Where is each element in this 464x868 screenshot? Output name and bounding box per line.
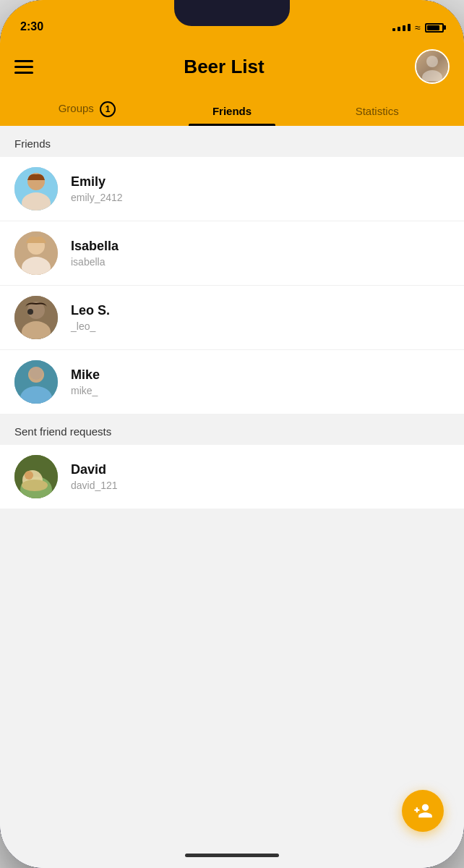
- friend-info-emily: Emily emily_2412: [71, 174, 450, 203]
- friend-username-emily: emily_2412: [71, 192, 450, 203]
- svg-point-11: [27, 309, 33, 315]
- battery-icon: [425, 23, 444, 33]
- friend-avatar-mike: [14, 360, 58, 404]
- header-top: Beer List: [14, 49, 450, 84]
- friend-avatar-david: [14, 455, 58, 498]
- tab-groups[interactable]: Groups 1: [14, 94, 160, 126]
- phone-frame: 2:30 ≈: [0, 0, 464, 868]
- friend-info-mike: Mike mike_: [71, 367, 450, 396]
- svg-point-19: [22, 480, 48, 491]
- phone-screen: 2:30 ≈: [0, 0, 464, 868]
- friend-avatar-leo: [14, 296, 58, 339]
- friend-item-david[interactable]: David david_121: [0, 445, 464, 509]
- sent-requests-list: David david_121: [0, 445, 464, 509]
- sent-requests-section-header: Sent friend requests: [0, 414, 464, 445]
- svg-point-15: [30, 367, 43, 380]
- friend-username-mike: mike_: [71, 385, 450, 396]
- friend-name-leo: Leo S.: [71, 303, 450, 318]
- svg-point-1: [422, 70, 442, 81]
- friend-username-isabella: isabella: [71, 256, 450, 268]
- app-title: Beer List: [184, 56, 264, 78]
- tabs: Groups 1 Friends Statistics: [14, 94, 450, 126]
- home-indicator: [0, 842, 464, 868]
- friend-item-isabella[interactable]: Isabella isabella: [0, 221, 464, 286]
- friends-list: Emily emily_2412: [0, 157, 464, 414]
- friend-avatar-isabella: [14, 231, 58, 275]
- svg-point-0: [426, 56, 438, 67]
- groups-badge: 1: [100, 101, 116, 117]
- svg-point-20: [25, 471, 33, 480]
- friend-name-isabella: Isabella: [71, 239, 450, 254]
- add-friend-fab[interactable]: [402, 790, 444, 832]
- home-bar: [185, 854, 279, 857]
- leo-avatar-img: [14, 296, 58, 339]
- friend-name-emily: Emily: [71, 174, 450, 190]
- user-avatar[interactable]: [415, 49, 450, 84]
- emily-avatar-img: [14, 167, 58, 210]
- friends-section-header: Friends: [0, 126, 464, 157]
- friend-item-mike[interactable]: Mike mike_: [0, 350, 464, 414]
- status-time: 2:30: [20, 20, 43, 33]
- friend-username-david: david_121: [71, 480, 450, 491]
- tab-friends[interactable]: Friends: [160, 98, 305, 126]
- friend-name-david: David: [71, 462, 450, 477]
- david-avatar-img: [14, 455, 58, 498]
- signal-icon: [392, 24, 411, 31]
- friend-username-leo: _leo_: [71, 320, 450, 332]
- status-icons: ≈: [392, 22, 444, 33]
- menu-button[interactable]: [14, 60, 33, 74]
- app-header: Beer List Groups 1: [0, 39, 464, 126]
- tab-statistics[interactable]: Statistics: [304, 98, 450, 126]
- add-person-icon: [413, 801, 433, 821]
- friend-info-leo: Leo S. _leo_: [71, 303, 450, 332]
- friend-info-isabella: Isabella isabella: [71, 239, 450, 268]
- friend-item-emily[interactable]: Emily emily_2412: [0, 157, 464, 221]
- wifi-icon: ≈: [415, 22, 421, 33]
- mike-avatar-img: [14, 360, 58, 404]
- notch: [174, 0, 290, 26]
- isabella-avatar-img: [14, 231, 58, 275]
- friend-avatar-emily: [14, 167, 58, 210]
- content-area: Friends Emily: [0, 126, 464, 842]
- friend-info-david: David david_121: [71, 462, 450, 491]
- friend-name-mike: Mike: [71, 367, 450, 383]
- friend-item-leo[interactable]: Leo S. _leo_: [0, 286, 464, 350]
